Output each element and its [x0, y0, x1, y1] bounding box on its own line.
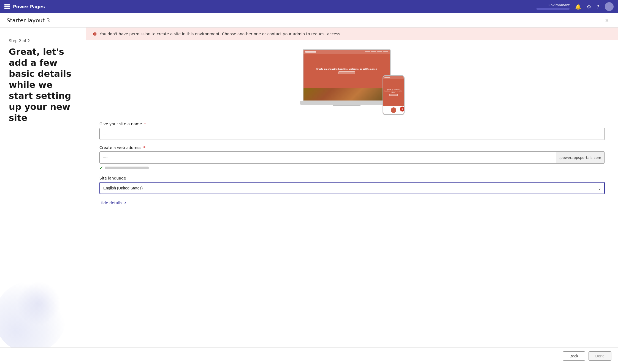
required-star: * — [143, 122, 146, 126]
topbar: Power Pages Environment 🔔 ⚙ ? — [0, 0, 618, 13]
chevron-up-icon: ∧ — [124, 201, 127, 205]
phone-logo — [384, 77, 390, 78]
error-banner: ⊗ You don't have permission to create a … — [86, 28, 618, 40]
mock-nav-link — [371, 51, 376, 52]
web-address-group: Create a web address * .powerappsportals… — [99, 145, 605, 170]
laptop-screen-inner: Create an engaging headline, welcome, or… — [303, 50, 390, 100]
laptop-base — [300, 101, 394, 105]
phone-mockup: Create an engaging headline, welcome, or… — [383, 75, 405, 115]
validation-text — [105, 167, 149, 169]
site-name-label: Give your site a name * — [99, 122, 605, 126]
mock-nav-link — [377, 51, 382, 52]
topbar-right: Environment 🔔 ⚙ ? — [536, 2, 614, 11]
sidebar-decoration2 — [17, 281, 61, 325]
laptop-stand — [333, 105, 360, 106]
env-label: Environment — [549, 3, 570, 7]
settings-icon[interactable]: ⚙ — [587, 4, 591, 10]
hide-details-label: Hide details — [99, 201, 122, 205]
error-message: You don't have permission to create a si… — [100, 32, 341, 36]
user-avatar[interactable] — [605, 2, 614, 11]
page-header: Starter layout 3 × — [0, 13, 618, 28]
site-language-wrapper: English (United States) French (France) … — [99, 182, 605, 194]
help-icon[interactable]: ? — [597, 4, 599, 10]
site-name-group: Give your site a name * — [99, 122, 605, 140]
phone-hero: Create an engaging headline, welcome, or… — [383, 79, 404, 106]
phone-circle-image — [391, 107, 396, 113]
waffle-menu-button[interactable] — [4, 4, 10, 9]
web-address-label: Create a web address * — [99, 145, 605, 150]
form-section: Give your site a name * Create a web add… — [86, 122, 618, 214]
notification-icon[interactable]: 🔔 — [575, 4, 581, 10]
environment-selector[interactable]: Environment — [536, 3, 570, 10]
phone-cta — [389, 94, 398, 96]
waffle-icon — [4, 4, 10, 9]
mock-nav-link — [365, 51, 370, 52]
hide-details-button[interactable]: Hide details ∧ — [99, 201, 127, 205]
required-star-2: * — [142, 145, 145, 150]
web-address-input[interactable] — [100, 152, 556, 163]
done-button[interactable]: Done — [589, 351, 611, 361]
mock-nav-links — [365, 51, 388, 52]
site-language-label: Site language — [99, 176, 605, 180]
app-title: Power Pages — [13, 4, 533, 9]
site-language-group: Site language English (United States) Fr… — [99, 176, 605, 194]
env-value-bar — [536, 8, 570, 10]
device-preview: Create an engaging headline, welcome, or… — [300, 49, 405, 115]
site-name-input[interactable] — [99, 128, 605, 140]
content-area: ⊗ You don't have permission to create a … — [86, 28, 618, 347]
close-button[interactable]: × — [603, 16, 611, 25]
page-footer: Back Done — [0, 347, 618, 364]
phone-badge: 1 — [400, 107, 405, 112]
error-circle-icon: ⊗ — [93, 31, 97, 37]
phone-nav — [383, 76, 404, 79]
sidebar-heading: Great, let's add a few basic details whi… — [9, 46, 77, 123]
mock-logo — [305, 51, 316, 53]
mock-headline: Create an engaging headline, welcome, or… — [316, 68, 377, 70]
back-button[interactable]: Back — [563, 351, 585, 361]
mock-nav — [303, 50, 390, 54]
step-indicator: Step 2 of 2 — [9, 39, 77, 43]
mock-cta — [338, 71, 355, 74]
phone-headline: Create an engaging headline, welcome, or… — [384, 89, 403, 93]
sidebar: Step 2 of 2 Great, let's add a few basic… — [0, 28, 86, 347]
phone-frame: Create an engaging headline, welcome, or… — [383, 75, 405, 115]
web-address-input-wrapper: .powerappsportals.com — [99, 151, 605, 164]
preview-section: Create an engaging headline, welcome, or… — [86, 40, 618, 122]
validation-row: ✓ — [99, 165, 605, 170]
site-language-select[interactable]: English (United States) French (France) … — [99, 182, 605, 194]
page-title: Starter layout 3 — [7, 17, 50, 24]
mock-image-strip — [303, 88, 390, 100]
mock-hero: Create an engaging headline, welcome, or… — [303, 54, 390, 88]
web-address-suffix: .powerappsportals.com — [556, 152, 605, 163]
laptop-mockup: Create an engaging headline, welcome, or… — [300, 49, 394, 108]
laptop-screen: Create an engaging headline, welcome, or… — [303, 49, 391, 101]
mock-nav-link — [383, 51, 388, 52]
main-layout: Step 2 of 2 Great, let's add a few basic… — [0, 28, 618, 347]
validation-check-icon: ✓ — [99, 165, 103, 170]
